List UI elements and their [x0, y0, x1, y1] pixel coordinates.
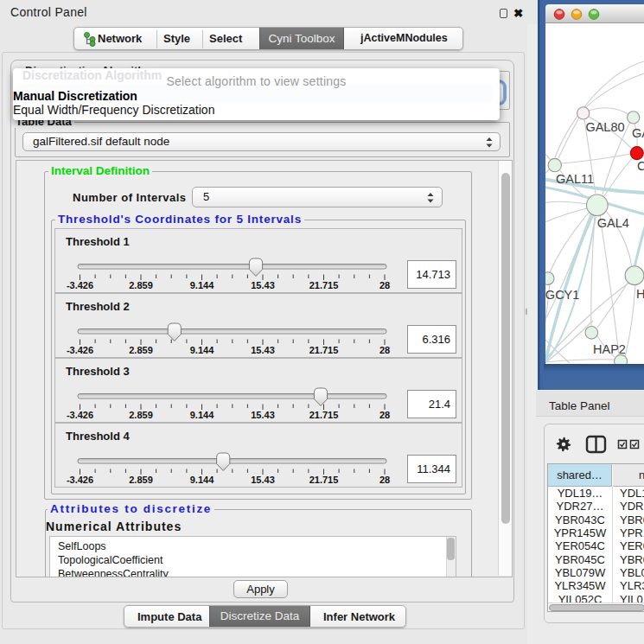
svg-text:15.43: 15.43	[251, 410, 275, 420]
svg-text:21.715: 21.715	[309, 345, 339, 355]
svg-text:28: 28	[379, 410, 390, 420]
svg-text:2.859: 2.859	[129, 345, 153, 355]
svg-text:21.715: 21.715	[309, 280, 339, 290]
svg-text:GCY1: GCY1	[545, 288, 579, 302]
svg-text:15.43: 15.43	[251, 280, 275, 290]
svg-text:28: 28	[379, 280, 390, 290]
svg-text:2.859: 2.859	[129, 475, 153, 485]
svg-text:GAL11: GAL11	[556, 172, 594, 186]
svg-text:2.859: 2.859	[129, 280, 153, 290]
svg-text:28: 28	[379, 475, 390, 485]
svg-text:-3.426: -3.426	[67, 345, 93, 355]
svg-text:-3.426: -3.426	[67, 280, 93, 290]
svg-text:21.715: 21.715	[309, 475, 339, 485]
svg-text:HAP2: HAP2	[593, 342, 626, 356]
svg-text:9.144: 9.144	[190, 410, 214, 420]
svg-text:28: 28	[379, 345, 390, 355]
svg-text:CD: CD	[637, 159, 644, 173]
svg-text:2.859: 2.859	[129, 410, 153, 420]
svg-text:15.43: 15.43	[251, 475, 275, 485]
svg-text:GAL80: GAL80	[585, 120, 624, 134]
svg-text:H: H	[636, 287, 644, 301]
svg-text:9.144: 9.144	[190, 280, 214, 290]
svg-text:GAL5: GAL5	[632, 126, 644, 140]
svg-text:GAL4: GAL4	[597, 216, 629, 230]
svg-text:21.715: 21.715	[309, 410, 339, 420]
svg-text:9.144: 9.144	[190, 345, 214, 355]
svg-text:15.43: 15.43	[251, 345, 275, 355]
svg-text:9.144: 9.144	[190, 475, 214, 485]
svg-text:-3.426: -3.426	[67, 410, 93, 420]
svg-text:-3.426: -3.426	[67, 475, 93, 485]
